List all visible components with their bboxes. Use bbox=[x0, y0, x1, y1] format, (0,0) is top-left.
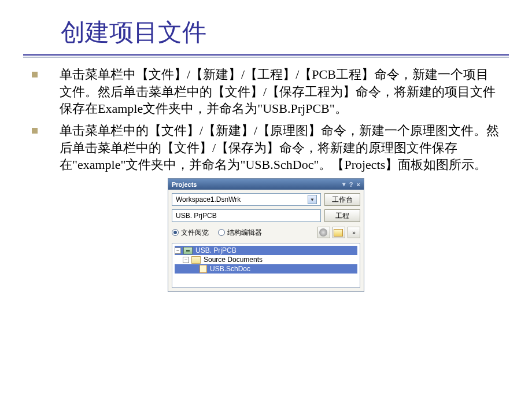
bullet-marker-icon bbox=[32, 72, 38, 77]
projects-panel: Projects ▾ ? × Workspace1.DsnWrk ▼ 工作台 bbox=[168, 178, 364, 292]
project-row: USB. PrjPCB 工程 bbox=[172, 209, 360, 222]
toolbar-folder-icon[interactable] bbox=[332, 227, 345, 238]
project-field[interactable]: USB. PrjPCB bbox=[172, 209, 321, 222]
workspace-row: Workspace1.DsnWrk ▼ 工作台 bbox=[172, 193, 360, 206]
project-value: USB. PrjPCB bbox=[176, 212, 217, 220]
tree-folder-node[interactable]: − Source Documents bbox=[175, 255, 357, 264]
radio-file-view-label: 文件阅览 bbox=[181, 228, 209, 238]
panel-body: Workspace1.DsnWrk ▼ 工作台 USB. PrjPCB 工程 文… bbox=[168, 190, 364, 291]
bullet-text-1: 单击菜单栏中【文件】/【新建】/【工程】/【PCB工程】命令，新建一个项目文件。… bbox=[60, 66, 500, 117]
radio-group: 文件阅览 结构编辑器 bbox=[172, 228, 315, 238]
view-mode-row: 文件阅览 结构编辑器 » bbox=[172, 226, 360, 239]
tree-project-node[interactable]: − USB. PrjPCB bbox=[175, 246, 357, 255]
dropdown-arrow-icon[interactable]: ▼ bbox=[308, 195, 317, 204]
tree-project-label: USB. PrjPCB bbox=[195, 246, 237, 254]
folder-icon bbox=[191, 256, 201, 264]
panel-titlebar: Projects ▾ ? × bbox=[168, 179, 364, 190]
toolbar-menu-icon[interactable]: » bbox=[348, 227, 360, 238]
toolbar-disk-icon[interactable] bbox=[317, 227, 330, 238]
titlebar-controls: ▾ ? × bbox=[342, 180, 360, 188]
workspace-value: Workspace1.DsnWrk bbox=[176, 195, 241, 204]
tree-collapse-icon[interactable]: − bbox=[183, 257, 189, 263]
panel-title: Projects bbox=[172, 181, 197, 188]
tree-file-label: USB.SchDoc bbox=[210, 265, 250, 273]
slide-title: 创建项目文件 bbox=[0, 0, 532, 49]
project-icon bbox=[183, 247, 193, 254]
panel-menu-icon[interactable]: ▾ bbox=[342, 180, 346, 188]
workspace-button[interactable]: 工作台 bbox=[324, 193, 360, 206]
tree-folder-label: Source Documents bbox=[204, 256, 263, 264]
radio-structure-editor-label: 结构编辑器 bbox=[227, 228, 262, 238]
radio-structure-editor[interactable] bbox=[218, 229, 225, 236]
bullet-item-2: 单击菜单栏中的【文件】/【新建】/【原理图】命令，新建一个原理图文件。然后单击菜… bbox=[32, 122, 500, 173]
tree-collapse-icon[interactable]: − bbox=[175, 247, 181, 254]
file-tree: − USB. PrjPCB − Source Documents USB.Sch… bbox=[172, 243, 360, 288]
bullet-marker-icon bbox=[32, 128, 38, 134]
panel-close-icon[interactable]: × bbox=[357, 181, 360, 188]
project-button[interactable]: 工程 bbox=[324, 209, 360, 222]
bullet-item-1: 单击菜单栏中【文件】/【新建】/【工程】/【PCB工程】命令，新建一个项目文件。… bbox=[32, 66, 500, 117]
bullet-text-2: 单击菜单栏中的【文件】/【新建】/【原理图】命令，新建一个原理图文件。然后单击菜… bbox=[60, 122, 500, 173]
panel-help-icon[interactable]: ? bbox=[349, 181, 353, 188]
tree-file-node[interactable]: USB.SchDoc bbox=[175, 264, 357, 274]
document-icon bbox=[200, 265, 207, 273]
workspace-dropdown[interactable]: Workspace1.DsnWrk ▼ bbox=[172, 193, 321, 206]
content-area: 单击菜单栏中【文件】/【新建】/【工程】/【PCB工程】命令，新建一个项目文件。… bbox=[0, 56, 532, 292]
radio-file-view[interactable] bbox=[172, 229, 179, 236]
panel-wrapper: Projects ▾ ? × Workspace1.DsnWrk ▼ 工作台 bbox=[32, 178, 500, 292]
